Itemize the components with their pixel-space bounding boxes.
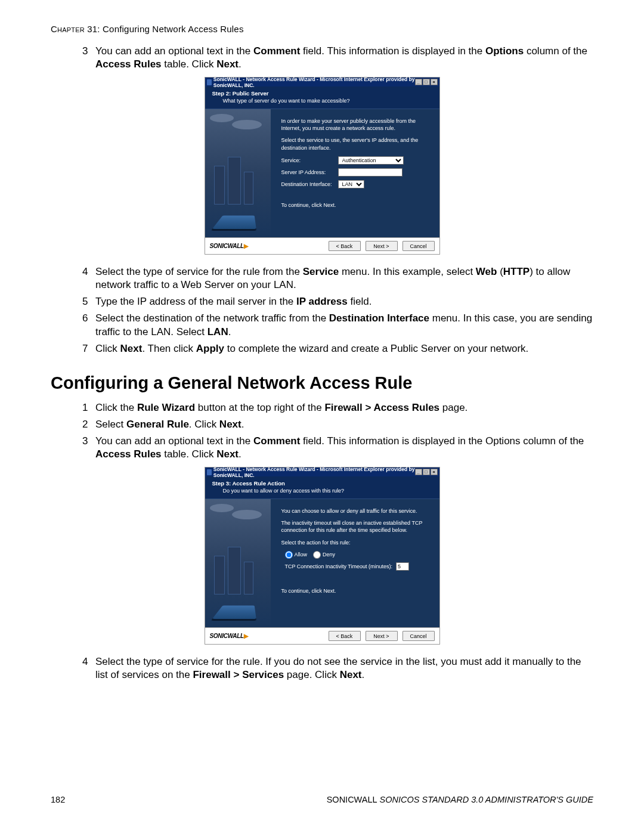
next-button[interactable]: Next > — [366, 241, 398, 251]
step-b1: 1 Click the Rule Wizard button at the to… — [95, 401, 593, 414]
wizard1-illustration — [205, 109, 271, 237]
dest-select[interactable]: LAN — [338, 180, 364, 188]
wizard2-content: You can choose to allow or deny all traf… — [271, 499, 439, 627]
minimize-icon[interactable]: _ — [415, 79, 422, 85]
close-icon[interactable]: × — [431, 469, 438, 475]
steps-list-a2: 4 Select the type of service for the rul… — [51, 265, 593, 355]
wizard2-illustration — [205, 499, 271, 627]
timeout-input[interactable] — [396, 562, 409, 571]
close-icon[interactable]: × — [431, 79, 438, 85]
step-b4: 4 Select the type of service for the rul… — [95, 655, 593, 682]
step-a4: 4 Select the type of service for the rul… — [95, 265, 593, 292]
step-b3: 3 You can add an optional text in the Co… — [95, 435, 593, 461]
step-a6: 6 Select the destination of the network … — [95, 312, 593, 338]
deny-radio[interactable] — [313, 551, 321, 559]
router-icon — [212, 216, 256, 229]
wizard1-footer: SONICWALL▶ < Back Next > Cancel — [205, 237, 439, 254]
back-button[interactable]: < Back — [329, 631, 361, 641]
wizard2: SonicWALL - Network Access Rule Wizard -… — [205, 467, 440, 645]
step-a7: 7 Click Next. Then click Apply to comple… — [95, 342, 593, 355]
router-icon — [212, 606, 256, 619]
allow-radio[interactable] — [285, 551, 293, 559]
service-label: Service: — [281, 157, 338, 164]
wizard2-window-title: SonicWALL - Network Access Rule Wizard -… — [213, 466, 415, 478]
chapter-label: Chapter — [51, 24, 85, 34]
wizard1-titlebar: SonicWALL - Network Access Rule Wizard -… — [205, 78, 439, 86]
timeout-label: TCP Connection Inactivity Timeout (minut… — [285, 563, 392, 570]
steps-list-b2: 4 Select the type of service for the rul… — [51, 655, 593, 682]
ie-icon — [207, 469, 212, 475]
ie-icon — [207, 79, 212, 85]
step-b2: 2 Select General Rule. Click Next. — [95, 418, 593, 431]
maximize-icon[interactable]: □ — [423, 469, 430, 475]
step-a5: 5 Type the IP address of the mail server… — [95, 295, 593, 308]
server-ip-label: Server IP Address: — [281, 169, 338, 176]
service-select[interactable]: Authentication — [338, 156, 404, 165]
page-footer: 182 SONICWALL SONICOS STANDARD 3.0 ADMIN… — [51, 795, 593, 804]
wizard1: SonicWALL - Network Access Rule Wizard -… — [205, 77, 440, 255]
cancel-button[interactable]: Cancel — [402, 241, 435, 251]
maximize-icon[interactable]: □ — [423, 79, 430, 85]
section-heading: Configuring a General Network Access Rul… — [51, 373, 593, 393]
back-button[interactable]: < Back — [329, 241, 361, 251]
chapter-header: Chapter 31: Configuring Network Access R… — [51, 24, 593, 34]
dest-label: Destination Interface: — [281, 181, 338, 188]
sonicwall-logo: SONICWALL▶ — [210, 633, 249, 639]
page-number: 182 — [51, 795, 65, 804]
step-a3: 3 You can add an optional text in the Co… — [95, 45, 593, 71]
wizard1-stepbar: Step 2: Public Server What type of serve… — [205, 86, 439, 109]
steps-list-b: 1 Click the Rule Wizard button at the to… — [51, 401, 593, 461]
steps-list-a: 3 You can add an optional text in the Co… — [51, 45, 593, 71]
wizard1-content: In order to make your server publicly ac… — [271, 109, 439, 237]
guide-title: SONICWALL SONICOS STANDARD 3.0 ADMINISTR… — [327, 795, 593, 804]
wizard2-titlebar: SonicWALL - Network Access Rule Wizard -… — [205, 467, 439, 476]
next-button[interactable]: Next > — [366, 631, 398, 641]
server-ip-input[interactable] — [338, 168, 402, 176]
wizard2-footer: SONICWALL▶ < Back Next > Cancel — [205, 627, 439, 644]
wizard2-stepbar: Step 3: Access Rule Action Do you want t… — [205, 476, 439, 499]
cancel-button[interactable]: Cancel — [402, 631, 435, 641]
wizard1-window-title: SonicWALL - Network Access Rule Wizard -… — [213, 76, 415, 88]
minimize-icon[interactable]: _ — [415, 469, 422, 475]
sonicwall-logo: SONICWALL▶ — [210, 243, 249, 249]
chapter-title: Configuring Network Access Rules — [103, 24, 244, 34]
